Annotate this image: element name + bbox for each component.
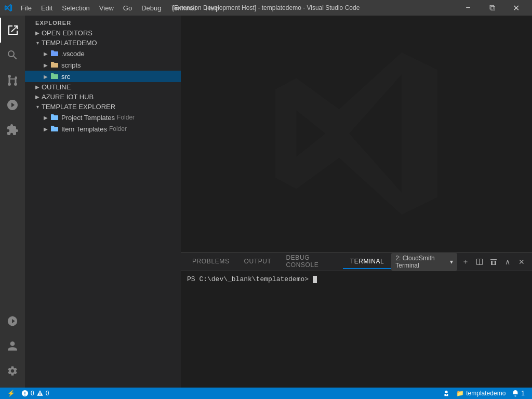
project-templates-item[interactable]: ▶ Project Templates Folder xyxy=(25,112,181,123)
kill-terminal-button[interactable] xyxy=(487,255,499,269)
tab-output[interactable]: OUTPUT xyxy=(237,255,279,269)
templatedemo-section[interactable]: ▾ TEMPLATEDEMO xyxy=(25,38,181,48)
vscode-watermark xyxy=(265,43,447,226)
terminal-name-dropdown[interactable]: 2: CloudSmith Terminal ▾ xyxy=(391,253,457,271)
templatedemo-label: TEMPLATEDEMO xyxy=(42,39,97,47)
window-controls: − ⧉ ✕ xyxy=(456,0,528,16)
maximize-panel-button[interactable]: ∧ xyxy=(502,255,514,269)
template-explorer-section[interactable]: ▾ TEMPLATE EXPLORER xyxy=(25,102,181,112)
menu-debug[interactable]: Debug xyxy=(137,3,165,13)
close-panel-button[interactable]: ✕ xyxy=(516,255,528,269)
item-templates-label: Item Templates xyxy=(61,125,107,133)
status-notifications[interactable]: 1 xyxy=(509,390,528,397)
remote-activity-icon[interactable] xyxy=(0,309,25,334)
terminal-tab-bar: PROBLEMS OUTPUT DEBUG CONSOLE TERMINAL 2… xyxy=(181,253,532,271)
terminal-content[interactable]: PS C:\dev\_blank\templatedemo> xyxy=(181,271,532,388)
menu-edit[interactable]: Edit xyxy=(37,3,57,13)
project-templates-icon xyxy=(50,113,59,122)
explorer-title: EXPLORER xyxy=(35,20,71,26)
template-explorer-label: TEMPLATE EXPLORER xyxy=(42,103,115,111)
warning-icon xyxy=(36,390,44,397)
close-button[interactable]: ✕ xyxy=(504,0,528,16)
open-editors-chevron: ▶ xyxy=(33,30,42,36)
azure-iot-hub-label: AZURE IOT HUB xyxy=(42,93,94,101)
lock-icon xyxy=(443,390,450,397)
terminal-cursor xyxy=(313,276,317,283)
editor-content xyxy=(181,16,532,252)
item-templates-item[interactable]: ▶ Item Templates Folder xyxy=(25,123,181,135)
extensions-activity-icon[interactable] xyxy=(0,117,25,142)
maximize-button[interactable]: ⧉ xyxy=(480,0,504,16)
azure-iot-hub-section[interactable]: ▶ AZURE IOT HUB xyxy=(25,92,181,102)
templatedemo-chevron: ▾ xyxy=(33,40,42,46)
explorer-header[interactable]: EXPLORER xyxy=(25,16,181,28)
folder-icon: 📁 xyxy=(456,390,464,397)
status-nosynced[interactable] xyxy=(440,390,453,397)
status-remote[interactable]: ⚡ xyxy=(4,390,18,397)
item-templates-suffix: Folder xyxy=(109,125,127,132)
activity-bar-bottom xyxy=(0,309,25,388)
item-templates-chevron: ▶ xyxy=(42,126,50,132)
menu-file[interactable]: File xyxy=(17,3,36,13)
terminal-name-label: 2: CloudSmith Terminal xyxy=(395,255,448,269)
notification-count: 1 xyxy=(521,390,525,397)
window-title: [Extension Development Host] - templated… xyxy=(172,4,360,11)
split-terminal-button[interactable] xyxy=(473,255,485,269)
src-label: src xyxy=(61,73,70,81)
project-templates-label: Project Templates xyxy=(61,114,115,122)
scripts-label: scripts xyxy=(61,61,81,69)
title-bar: File Edit Selection View Go Debug Termin… xyxy=(0,0,532,16)
vscode-folder[interactable]: ▶ .vscode xyxy=(25,48,181,59)
main-area: EXPLORER ▶ OPEN EDITORS ▾ TEMPLATEDEMO ▶… xyxy=(0,16,532,388)
menu-view[interactable]: View xyxy=(95,3,118,13)
add-terminal-button[interactable]: ＋ xyxy=(459,255,471,269)
terminal-prompt: PS C:\dev\_blank\templatedemo> xyxy=(187,275,313,283)
terminal-panel: PROBLEMS OUTPUT DEBUG CONSOLE TERMINAL 2… xyxy=(181,252,532,388)
accounts-activity-icon[interactable] xyxy=(0,334,25,358)
status-errors[interactable]: 0 0 xyxy=(18,390,52,397)
search-activity-icon[interactable] xyxy=(0,43,25,68)
scripts-folder[interactable]: ▶ scripts xyxy=(25,59,181,71)
src-folder[interactable]: ▶ src xyxy=(25,71,181,82)
tab-debug-console[interactable]: DEBUG CONSOLE xyxy=(278,251,342,273)
tab-terminal[interactable]: TERMINAL xyxy=(343,255,391,269)
vscode-folder-icon xyxy=(50,49,59,58)
settings-activity-icon[interactable] xyxy=(0,358,25,383)
vscode-logo-icon xyxy=(4,4,12,12)
tab-problems[interactable]: PROBLEMS xyxy=(185,255,237,269)
error-icon xyxy=(21,390,29,397)
status-bar: ⚡ 0 0 📁 templatedemo 1 xyxy=(0,388,532,399)
azure-iot-hub-chevron: ▶ xyxy=(33,94,42,100)
menu-selection[interactable]: Selection xyxy=(58,3,94,13)
lightning-icon: ⚡ xyxy=(7,390,15,397)
open-editors-label: OPEN EDITORS xyxy=(42,29,92,37)
src-chevron: ▶ xyxy=(42,74,50,79)
outline-section[interactable]: ▶ OUTLINE xyxy=(25,82,181,92)
scripts-folder-icon xyxy=(50,60,59,70)
activity-bar xyxy=(0,16,25,388)
open-editors-section[interactable]: ▶ OPEN EDITORS xyxy=(25,28,181,38)
minimize-button[interactable]: − xyxy=(456,0,480,16)
menu-go[interactable]: Go xyxy=(119,3,136,13)
item-templates-icon xyxy=(50,124,59,134)
status-folder[interactable]: 📁 templatedemo xyxy=(453,390,509,397)
outline-chevron: ▶ xyxy=(33,84,42,90)
src-folder-icon xyxy=(50,72,59,81)
explorer-activity-icon[interactable] xyxy=(0,18,25,43)
scripts-chevron: ▶ xyxy=(42,62,50,68)
template-explorer-chevron: ▾ xyxy=(33,104,42,110)
project-templates-chevron: ▶ xyxy=(42,115,50,121)
sidebar: EXPLORER ▶ OPEN EDITORS ▾ TEMPLATEDEMO ▶… xyxy=(25,16,181,388)
outline-label: OUTLINE xyxy=(42,83,71,91)
warning-count: 0 xyxy=(46,390,49,397)
vscode-chevron: ▶ xyxy=(42,51,50,57)
status-right: 📁 templatedemo 1 xyxy=(440,390,528,397)
terminal-dropdown-chevron: ▾ xyxy=(450,258,453,265)
debug-activity-icon[interactable] xyxy=(0,92,25,117)
bell-icon xyxy=(512,390,519,397)
source-control-activity-icon[interactable] xyxy=(0,68,25,92)
terminal-actions: 2: CloudSmith Terminal ▾ ＋ ∧ ✕ xyxy=(391,253,528,271)
error-count: 0 xyxy=(31,390,34,397)
editor-area: PROBLEMS OUTPUT DEBUG CONSOLE TERMINAL 2… xyxy=(181,16,532,388)
folder-name: templatedemo xyxy=(466,390,506,397)
